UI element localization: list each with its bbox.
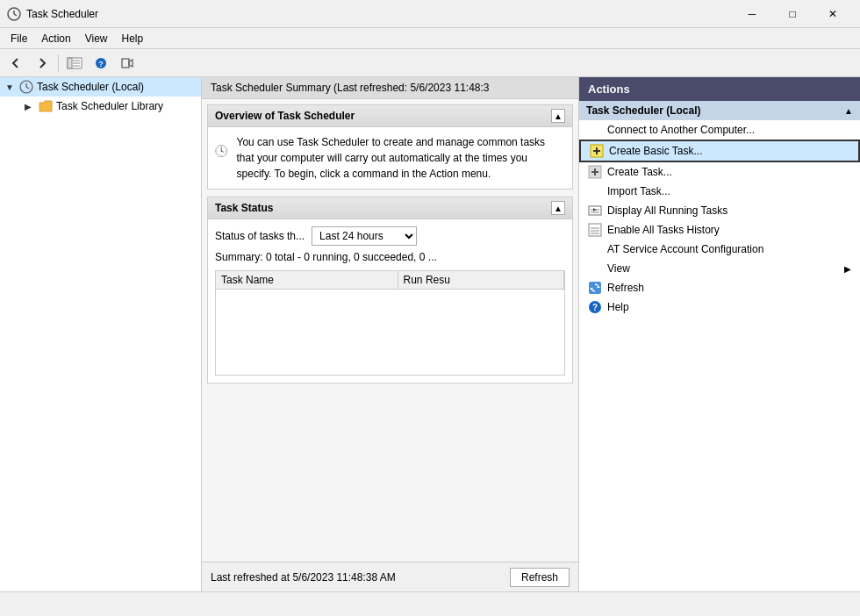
col-task-name: Task Name xyxy=(216,271,398,290)
svg-text:?: ? xyxy=(592,303,598,312)
overview-section: Overview of Task Scheduler ▲ xyxy=(207,104,573,190)
menu-help[interactable]: Help xyxy=(115,31,151,47)
task-status-title: Task Status xyxy=(215,202,273,214)
time-filter-dropdown[interactable]: Last 24 hours xyxy=(312,226,417,246)
actions-collapse-arrow: ▲ xyxy=(844,106,853,116)
show-hide-console-button[interactable] xyxy=(62,52,87,75)
create-task-icon xyxy=(588,165,602,179)
help-toolbar-button[interactable]: ? xyxy=(89,52,113,75)
overview-section-header: Overview of Task Scheduler ▲ xyxy=(208,105,572,127)
center-content[interactable]: Overview of Task Scheduler ▲ xyxy=(202,99,578,562)
svg-text:?: ? xyxy=(98,60,104,68)
svg-rect-10 xyxy=(122,59,129,68)
action-enable-history-label: Enable All Tasks History xyxy=(607,224,720,236)
toolbar: ? xyxy=(0,49,860,77)
tree-label-library: Task Scheduler Library xyxy=(56,100,163,112)
actions-section-title: Task Scheduler (Local) xyxy=(586,104,700,117)
title-bar: Task Scheduler ─ □ ✕ xyxy=(0,0,860,28)
svg-rect-4 xyxy=(68,58,72,68)
app-icon xyxy=(7,7,21,21)
tree-item-local[interactable]: ▼ Task Scheduler (Local) xyxy=(0,77,201,97)
right-panel: Actions Task Scheduler (Local) ▲ Connect… xyxy=(579,77,860,591)
action-create-basic-task[interactable]: Create Basic Task... xyxy=(579,140,860,162)
toolbar-separator-1 xyxy=(58,54,59,72)
actions-header: Actions xyxy=(579,77,860,101)
menu-bar: File Action View Help xyxy=(0,28,860,49)
action-help-label: Help xyxy=(607,301,629,313)
action-create-task-label: Create Task... xyxy=(607,166,672,178)
help-action-icon: ? xyxy=(588,300,602,314)
create-basic-task-icon xyxy=(590,144,604,158)
clock-tree-icon xyxy=(19,80,33,94)
tree-expand-library[interactable]: ▶ xyxy=(25,102,39,111)
action-view[interactable]: View ▶ xyxy=(579,259,860,278)
action-enable-history[interactable]: Enable All Tasks History xyxy=(579,220,860,240)
task-table: Task Name Run Resu xyxy=(216,271,564,290)
action-import-task[interactable]: Import Task... xyxy=(579,182,860,201)
center-bottom-bar: Last refreshed at 5/6/2023 11:48:38 AM R… xyxy=(202,562,578,591)
back-button[interactable] xyxy=(4,52,28,75)
display-running-icon xyxy=(588,204,602,218)
overview-body: You can use Task Scheduler to create and… xyxy=(208,127,572,189)
action-connect-computer[interactable]: Connect to Another Computer... xyxy=(579,120,860,140)
svg-rect-34 xyxy=(589,224,601,236)
status-bar xyxy=(0,591,860,616)
overview-title: Overview of Task Scheduler xyxy=(215,110,355,122)
overview-collapse-btn[interactable]: ▲ xyxy=(551,109,565,123)
submenu-arrow-icon: ▶ xyxy=(844,264,851,274)
action-at-service[interactable]: AT Service Account Configuration xyxy=(579,240,860,259)
task-status-header: Task Status ▲ xyxy=(208,197,572,219)
action-refresh-label: Refresh xyxy=(607,282,644,294)
import-task-icon xyxy=(588,184,602,198)
overview-description: You can use Task Scheduler to create and… xyxy=(237,134,565,182)
status-filter-label: Status of tasks th... xyxy=(215,230,305,242)
action-help[interactable]: ? Help xyxy=(579,297,860,317)
maximize-button[interactable]: □ xyxy=(772,0,813,28)
action-display-running-label: Display All Running Tasks xyxy=(607,204,727,217)
main-layout: ▼ Task Scheduler (Local) ▶ Task Schedule… xyxy=(0,77,860,591)
svg-marker-11 xyxy=(129,60,133,67)
action-import-label: Import Task... xyxy=(607,185,670,197)
menu-file[interactable]: File xyxy=(4,31,34,47)
task-status-collapse-btn[interactable]: ▲ xyxy=(551,201,565,215)
status-filter-row: Status of tasks th... Last 24 hours xyxy=(215,226,565,246)
overview-clock-icon xyxy=(215,134,228,168)
actions-section-header[interactable]: Task Scheduler (Local) ▲ xyxy=(579,101,860,120)
at-service-icon xyxy=(588,242,602,256)
menu-view[interactable]: View xyxy=(78,31,115,47)
task-status-body: Status of tasks th... Last 24 hours Summ… xyxy=(208,219,572,383)
action-at-service-label: AT Service Account Configuration xyxy=(607,243,763,255)
tree-expand-local[interactable]: ▼ xyxy=(5,82,19,92)
action-create-task[interactable]: Create Task... xyxy=(579,162,860,182)
task-status-section: Task Status ▲ Status of tasks th... Last… xyxy=(207,197,573,383)
tree-item-library[interactable]: ▶ Task Scheduler Library xyxy=(0,97,201,116)
close-button[interactable]: ✕ xyxy=(813,0,853,28)
minimize-button[interactable]: ─ xyxy=(732,0,772,28)
view-icon xyxy=(588,261,602,276)
action-create-basic-label: Create Basic Task... xyxy=(609,145,703,157)
enable-history-icon xyxy=(588,223,602,237)
video-button[interactable] xyxy=(115,52,140,75)
connect-icon xyxy=(588,123,602,137)
folder-tree-icon xyxy=(39,99,53,113)
svg-line-14 xyxy=(26,87,29,89)
menu-action[interactable]: Action xyxy=(34,31,77,47)
action-display-running[interactable]: Display All Running Tasks xyxy=(579,201,860,220)
svg-marker-33 xyxy=(593,208,597,211)
action-connect-label: Connect to Another Computer... xyxy=(607,124,755,136)
window-controls: ─ □ ✕ xyxy=(732,0,853,28)
forward-button[interactable] xyxy=(30,52,54,75)
status-summary: Summary: 0 total - 0 running, 0 succeede… xyxy=(215,251,565,263)
last-refreshed-text: Last refreshed at 5/6/2023 11:48:38 AM xyxy=(211,571,396,584)
center-panel: Task Scheduler Summary (Last refreshed: … xyxy=(202,77,579,591)
action-refresh[interactable]: Refresh xyxy=(579,278,860,297)
svg-point-19 xyxy=(221,150,222,151)
center-header: Task Scheduler Summary (Last refreshed: … xyxy=(202,77,578,99)
refresh-button[interactable]: Refresh xyxy=(510,568,570,587)
task-table-container[interactable]: Task Name Run Resu xyxy=(215,270,565,376)
col-run-result: Run Resu xyxy=(398,271,563,290)
tree-label-local: Task Scheduler (Local) xyxy=(37,81,144,93)
window-title: Task Scheduler xyxy=(26,8,732,20)
svg-line-2 xyxy=(14,14,17,16)
action-view-label: View xyxy=(607,262,630,275)
